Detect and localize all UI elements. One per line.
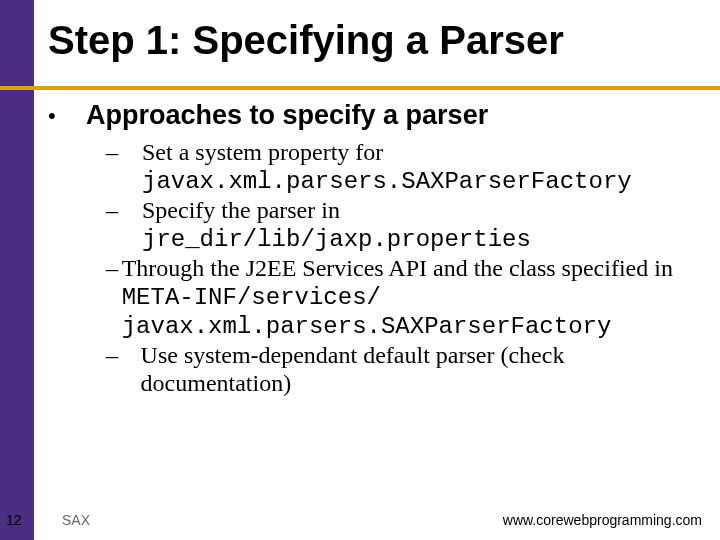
item-code: jre_dir/lib/jaxp.properties	[142, 226, 531, 253]
page-number: 12	[6, 512, 22, 528]
item-plain: Set a system property for	[142, 139, 383, 165]
slide-body: • Approaches to specify a parser – Set a…	[48, 100, 698, 399]
item-plain: Use system-dependant default parser (che…	[141, 342, 565, 396]
list-item: – Through the J2EE Services API and the …	[106, 255, 698, 340]
list-item: – Set a system property for javax.xml.pa…	[106, 139, 698, 195]
bullet-level1: • Approaches to specify a parser	[48, 100, 698, 131]
item-code: META-INF/services/ javax.xml.parsers.SAX…	[122, 284, 612, 340]
dash: –	[106, 255, 122, 340]
item-text: Through the J2EE Services API and the cl…	[122, 255, 698, 340]
sidebar	[0, 0, 34, 540]
list-item: – Use system-dependant default parser (c…	[106, 342, 698, 397]
dash: –	[106, 139, 142, 195]
bullet-dot: •	[48, 100, 86, 131]
item-code: javax.xml.parsers.SAXParserFactory	[142, 168, 632, 195]
dash: –	[106, 342, 141, 397]
item-text: Set a system property for javax.xml.pars…	[142, 139, 632, 195]
list-item: – Specify the parser in jre_dir/lib/jaxp…	[106, 197, 698, 253]
slide-title: Step 1: Specifying a Parser	[48, 18, 564, 63]
dash: –	[106, 197, 142, 253]
footer-right: www.corewebprogramming.com	[503, 512, 702, 528]
item-plain: Through the J2EE Services API and the cl…	[122, 255, 673, 281]
footer-left: SAX	[62, 512, 90, 528]
item-text: Specify the parser in jre_dir/lib/jaxp.p…	[142, 197, 531, 253]
slide: Step 1: Specifying a Parser • Approaches…	[0, 0, 720, 540]
heading: Approaches to specify a parser	[86, 100, 488, 131]
accent-bar	[0, 86, 720, 90]
item-plain: Specify the parser in	[142, 197, 340, 223]
item-text: Use system-dependant default parser (che…	[141, 342, 698, 397]
